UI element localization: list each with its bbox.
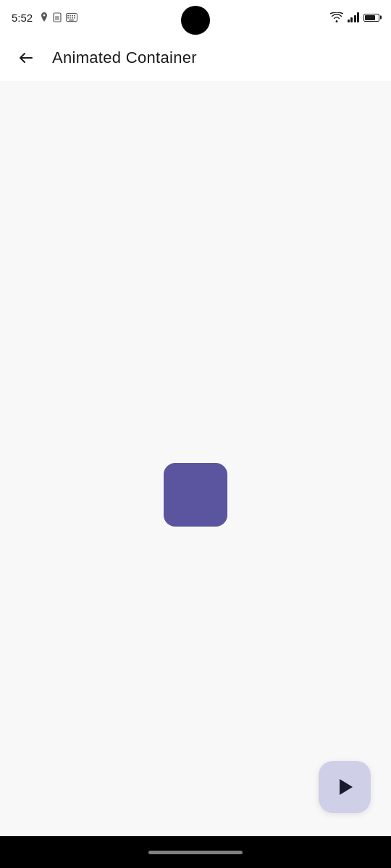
battery-icon bbox=[363, 14, 379, 22]
svg-rect-8 bbox=[70, 17, 71, 19]
back-arrow-icon bbox=[17, 49, 35, 67]
main-content bbox=[0, 81, 391, 836]
keyboard-icon bbox=[66, 13, 77, 22]
animated-container-box bbox=[164, 463, 227, 527]
page-title: Animated Container bbox=[52, 48, 197, 67]
signal-icon bbox=[348, 12, 360, 22]
app-bar: Animated Container bbox=[0, 35, 391, 81]
location-icon bbox=[40, 12, 49, 22]
svg-rect-7 bbox=[67, 17, 69, 19]
status-time: 5:52 bbox=[12, 12, 33, 24]
svg-rect-3 bbox=[67, 15, 69, 17]
home-indicator bbox=[148, 851, 243, 854]
bottom-nav-bar bbox=[0, 836, 391, 868]
svg-rect-5 bbox=[72, 15, 73, 17]
status-bar: 5:52 bbox=[0, 0, 391, 35]
svg-rect-9 bbox=[72, 17, 73, 19]
sim-icon bbox=[53, 12, 62, 22]
back-button[interactable] bbox=[12, 43, 41, 72]
play-fab-button[interactable] bbox=[319, 761, 371, 813]
wifi-icon bbox=[330, 12, 343, 22]
svg-rect-4 bbox=[70, 15, 71, 17]
status-icons-left bbox=[40, 12, 77, 22]
play-icon bbox=[340, 779, 353, 795]
svg-rect-1 bbox=[55, 16, 59, 20]
svg-rect-11 bbox=[69, 20, 74, 21]
camera-cutout bbox=[181, 6, 210, 35]
svg-rect-10 bbox=[74, 17, 75, 19]
svg-rect-6 bbox=[74, 15, 75, 17]
status-icons-right bbox=[330, 12, 380, 22]
